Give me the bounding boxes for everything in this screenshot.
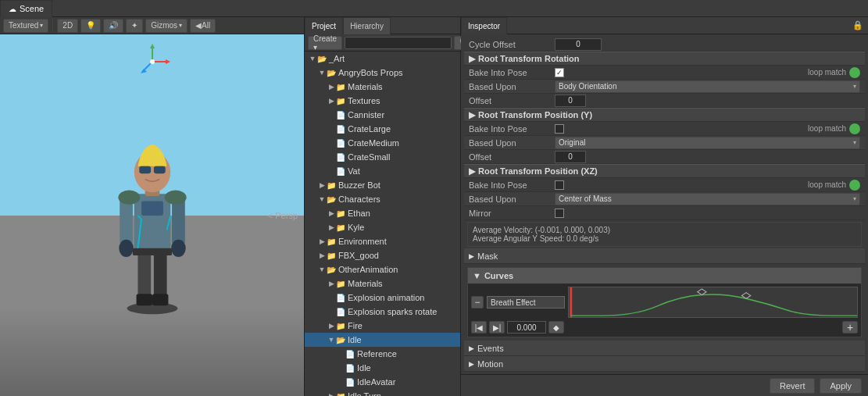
tree-item-art[interactable]: ▼📂_Art (305, 52, 460, 66)
create-button[interactable]: Create ▾ (308, 36, 342, 50)
motion-arrow: ▶ (469, 360, 474, 368)
tree-item-vat[interactable]: 📄Vat (305, 164, 460, 178)
inspector-lock-button[interactable]: 🔒 (848, 17, 868, 34)
cycle-offset-row: Cycle Offset (464, 37, 865, 52)
tree-item-label: Vat (348, 166, 360, 176)
bake-pose1-row: Bake Into Pose loop match (464, 66, 865, 80)
tree-item-fire[interactable]: ▶📁Fire (305, 319, 460, 333)
tree-item-ethan[interactable]: ▶📁Ethan (305, 206, 460, 220)
tree-item-explosion_sparks[interactable]: 📄Explosion sparks rotate (305, 305, 460, 319)
right-panels: Project Hierarchy Create ▾ 🔍 ⊞ ▼📂_Art▼📂A… (305, 17, 868, 396)
fx-button[interactable]: ✦ (126, 19, 143, 33)
apply-button[interactable]: Apply (820, 378, 862, 394)
tab-hierarchy[interactable]: Hierarchy (343, 17, 391, 34)
curve-start-button[interactable]: |◀ (471, 321, 487, 334)
tree-item-textures[interactable]: ▶📁Textures (305, 94, 460, 108)
filter-button[interactable]: ◀All (190, 19, 216, 33)
tree-item-characters[interactable]: ▼📂Characters (305, 192, 460, 206)
curve-remove-button[interactable]: − (471, 296, 484, 309)
tree-item-label: Buzzer Bot (338, 180, 380, 190)
tab-scene[interactable]: ☁ Scene (0, 0, 52, 17)
svg-rect-7 (132, 248, 171, 255)
bake-pose2-row: Bake Into Pose loop match (464, 122, 865, 136)
bake-pose1-label: Bake Into Pose (469, 68, 555, 77)
based-upon1-dropdown[interactable]: Body Orientation ▾ (555, 80, 860, 93)
lights-button[interactable]: 💡 (80, 19, 101, 33)
revert-button[interactable]: Revert (770, 378, 815, 394)
folder-icon: 📂 (317, 55, 327, 63)
bake-pose1-checkbox[interactable] (555, 68, 564, 77)
svg-marker-19 (150, 44, 155, 48)
tree-item-reference[interactable]: 📄Reference (305, 347, 460, 361)
tree-item-fbx_good[interactable]: ▶📁FBX_good (305, 248, 460, 262)
svg-rect-16 (139, 166, 151, 173)
folder-icon: 📂 (336, 336, 345, 344)
svg-rect-3 (136, 294, 152, 305)
root-rotation-header: ▶ Root Transform Rotation (464, 52, 865, 66)
mask-row[interactable]: ▶ Mask (464, 248, 865, 264)
curve-play-button[interactable]: ▶| (489, 321, 505, 334)
tree-arrow: ▼ (308, 55, 317, 62)
inspector-panel: Inspector 🔒 Cycle Offset ▶ Root Transfor… (461, 17, 868, 396)
loop-match2-label: loop match (808, 124, 846, 133)
tree-item-angrybots[interactable]: ▼📂AngryBots Props (305, 66, 460, 80)
project-search-input[interactable] (345, 37, 452, 49)
file-icon: 📄 (336, 153, 345, 162)
curve-value-input[interactable] (507, 321, 546, 334)
avg-angular-text: Average Angular Y Speed: 0.0 deg/s (473, 234, 856, 243)
tab-project[interactable]: Project (305, 17, 343, 34)
tree-item-cratesmall[interactable]: 📄CrateSmall (305, 150, 460, 164)
events-row[interactable]: ▶ Events (464, 341, 865, 356)
2d-button[interactable]: 2D (57, 19, 78, 33)
offset2-input[interactable] (555, 151, 586, 163)
tree-item-kyle[interactable]: ▶📁Kyle (305, 220, 460, 234)
mirror-label: Mirror (469, 209, 555, 218)
textured-button[interactable]: Textured ▾ (3, 19, 48, 33)
tree-item-idle[interactable]: ▼📂Idle (305, 333, 460, 347)
curve-graph[interactable] (568, 287, 858, 318)
tree-item-idle_file[interactable]: 📄Idle (305, 361, 460, 375)
inspector-footer: Revert Apply (461, 374, 868, 396)
tree-item-cannister[interactable]: 📄Cannister (305, 108, 460, 122)
curve-key-button[interactable]: ◆ (548, 321, 564, 334)
folder-icon: 📁 (327, 237, 336, 246)
tree-item-materials2[interactable]: ▶📁Materials (305, 276, 460, 291)
bake-pose2-checkbox[interactable] (555, 124, 564, 134)
scene-viewport[interactable]: < Persp (0, 34, 304, 396)
curve-name-input[interactable] (487, 296, 565, 309)
tree-item-label: Kyle (348, 223, 364, 232)
tab-inspector[interactable]: Inspector (461, 17, 507, 34)
bake-pose3-checkbox[interactable] (555, 180, 564, 190)
folder-icon: 📁 (336, 322, 345, 330)
based-upon3-dropdown[interactable]: Center of Mass ▾ (555, 193, 860, 205)
svg-marker-21 (166, 59, 170, 64)
tree-item-cratelarge[interactable]: 📄CrateLarge (305, 122, 460, 136)
gizmos-button[interactable]: Gizmos ▾ (145, 19, 188, 33)
mirror-checkbox[interactable] (555, 209, 564, 218)
tree-item-idleavatar[interactable]: 📄IdleAvatar (305, 375, 460, 389)
project-tabs: Project Hierarchy (305, 17, 460, 34)
audio-button[interactable]: 🔊 (103, 19, 123, 33)
mirror-value (555, 209, 860, 218)
motion-row[interactable]: ▶ Motion (464, 356, 865, 372)
tree-item-buzzerbot[interactable]: ▶📁Buzzer Bot (305, 178, 460, 192)
based-upon2-dropdown[interactable]: Original ▾ (555, 137, 860, 149)
cycle-offset-input[interactable] (555, 38, 602, 51)
bake-pose3-row: Bake Into Pose loop match (464, 178, 865, 192)
file-icon: 📄 (336, 139, 345, 148)
tree-arrow: ▶ (327, 83, 336, 91)
cycle-offset-label: Cycle Offset (469, 40, 555, 49)
offset2-label: Offset (469, 152, 555, 162)
tree-item-idleturn[interactable]: ▶📁Idle Turn (305, 389, 460, 396)
file-icon: 📄 (345, 364, 355, 373)
offset1-input[interactable] (555, 95, 586, 107)
tree-arrow: ▼ (317, 69, 327, 77)
tree-item-cratemedium[interactable]: 📄CrateMedium (305, 136, 460, 150)
folder-icon: 📂 (327, 69, 336, 77)
tree-item-explosion_anim[interactable]: 📄Explosion animation (305, 291, 460, 305)
tree-arrow: ▶ (317, 252, 327, 259)
tree-item-materials1[interactable]: ▶📁Materials (305, 80, 460, 94)
curve-add-button[interactable]: + (842, 321, 858, 334)
tree-item-otheranimation[interactable]: ▼📂OtherAnimation (305, 262, 460, 276)
tree-item-environment[interactable]: ▶📁Environment (305, 234, 460, 248)
